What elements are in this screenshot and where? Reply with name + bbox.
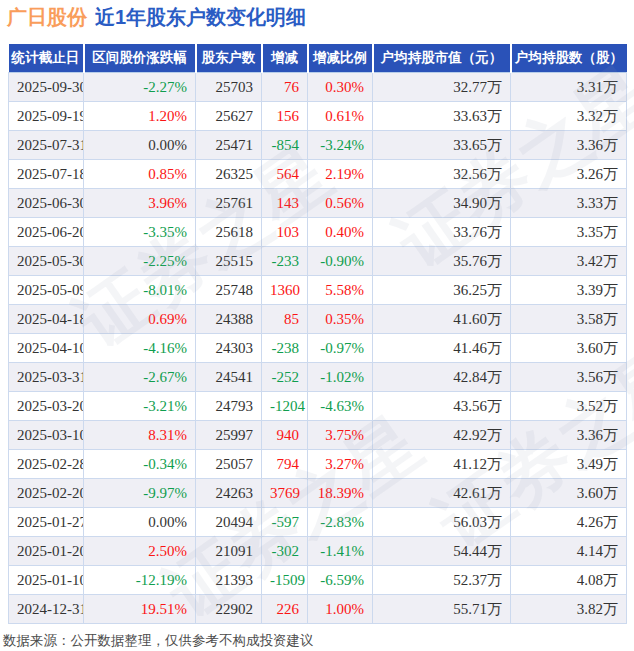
- cell-avg-shares: 3.32万: [511, 102, 627, 131]
- cell-price-change: -2.27%: [84, 73, 196, 102]
- cell-avg-shares: 3.52万: [511, 392, 627, 421]
- cell-holder-count: 25997: [196, 421, 262, 450]
- cell-holder-count: 24263: [196, 479, 262, 508]
- cell-price-change: -8.01%: [84, 276, 196, 305]
- cell-holder-count: 25748: [196, 276, 262, 305]
- cell-avg-mkt-value: 42.61万: [373, 479, 511, 508]
- table-body: 2025-09-30-2.27%25703760.30%32.77万3.31万2…: [9, 73, 627, 624]
- cell-stat-date: 2025-02-20: [9, 479, 84, 508]
- cell-avg-shares: 3.26万: [511, 160, 627, 189]
- cell-stat-date: 2025-09-30: [9, 73, 84, 102]
- header-avg-mkt-value: 户均持股市值（元）: [373, 44, 511, 73]
- cell-avg-shares: 4.14万: [511, 537, 627, 566]
- report-title: 近1年股东户数变化明细: [95, 6, 306, 28]
- cell-stat-date: 2025-01-10: [9, 566, 84, 595]
- cell-delta-pct: 0.40%: [308, 218, 373, 247]
- table-row: 2025-05-09-8.01%2574813605.58%36.25万3.39…: [9, 276, 627, 305]
- table-row: 2025-07-180.85%263255642.19%32.56万3.26万: [9, 160, 627, 189]
- cell-stat-date: 2025-02-28: [9, 450, 84, 479]
- cell-delta-pct: 2.19%: [308, 160, 373, 189]
- cell-delta: 3769: [262, 479, 308, 508]
- cell-avg-mkt-value: 32.56万: [373, 160, 511, 189]
- table-row: 2025-03-20-3.21%24793-1204-4.63%43.56万3.…: [9, 392, 627, 421]
- cell-price-change: -3.35%: [84, 218, 196, 247]
- cell-holder-count: 24303: [196, 334, 262, 363]
- cell-price-change: 0.69%: [84, 305, 196, 334]
- stock-name: 广日股份: [7, 6, 87, 28]
- cell-avg-shares: 3.39万: [511, 276, 627, 305]
- table-header: 统计截止日 区间股价涨跌幅 股东户数 增减 增减比例 户均持股市值（元） 户均持…: [9, 44, 627, 73]
- table-row: 2025-09-30-2.27%25703760.30%32.77万3.31万: [9, 73, 627, 102]
- cell-delta-pct: 3.27%: [308, 450, 373, 479]
- data-source-note: 数据来源：公开数据整理，仅供参考不构成投资建议: [3, 632, 314, 650]
- cell-delta-pct: 5.58%: [308, 276, 373, 305]
- cell-price-change: -4.16%: [84, 334, 196, 363]
- cell-holder-count: 24793: [196, 392, 262, 421]
- cell-delta-pct: -1.02%: [308, 363, 373, 392]
- table-row: 2024-12-3119.51%229022261.00%55.71万3.82万: [9, 595, 627, 624]
- cell-holder-count: 25703: [196, 73, 262, 102]
- header-delta-pct: 增减比例: [308, 44, 373, 73]
- cell-delta-pct: -0.90%: [308, 247, 373, 276]
- cell-avg-mkt-value: 41.46万: [373, 334, 511, 363]
- cell-holder-count: 20494: [196, 508, 262, 537]
- cell-delta: -238: [262, 334, 308, 363]
- cell-stat-date: 2025-03-10: [9, 421, 84, 450]
- cell-holder-count: 21393: [196, 566, 262, 595]
- table-row: 2025-06-303.96%257611430.56%34.90万3.33万: [9, 189, 627, 218]
- cell-price-change: -0.34%: [84, 450, 196, 479]
- cell-stat-date: 2025-09-19: [9, 102, 84, 131]
- cell-avg-mkt-value: 32.77万: [373, 73, 511, 102]
- table-row: 2025-03-108.31%259979403.75%42.92万3.36万: [9, 421, 627, 450]
- table-row: 2025-02-20-9.97%24263376918.39%42.61万3.6…: [9, 479, 627, 508]
- cell-avg-shares: 3.49万: [511, 450, 627, 479]
- cell-price-change: 2.50%: [84, 537, 196, 566]
- cell-stat-date: 2025-05-30: [9, 247, 84, 276]
- cell-delta-pct: 3.75%: [308, 421, 373, 450]
- cell-price-change: 19.51%: [84, 595, 196, 624]
- cell-avg-mkt-value: 42.92万: [373, 421, 511, 450]
- cell-delta: 156: [262, 102, 308, 131]
- table-row: 2025-04-180.69%24388850.35%41.60万3.58万: [9, 305, 627, 334]
- cell-stat-date: 2025-04-18: [9, 305, 84, 334]
- cell-delta-pct: -1.41%: [308, 537, 373, 566]
- cell-avg-shares: 3.58万: [511, 305, 627, 334]
- shareholder-table: 统计截止日 区间股价涨跌幅 股东户数 增减 增减比例 户均持股市值（元） 户均持…: [8, 44, 627, 624]
- table-row: 2025-03-31-2.67%24541-252-1.02%42.84万3.5…: [9, 363, 627, 392]
- cell-delta: -1204: [262, 392, 308, 421]
- cell-avg-shares: 3.42万: [511, 247, 627, 276]
- header-price-change: 区间股价涨跌幅: [84, 44, 196, 73]
- cell-delta: -233: [262, 247, 308, 276]
- cell-holder-count: 25627: [196, 102, 262, 131]
- cell-avg-mkt-value: 35.76万: [373, 247, 511, 276]
- cell-delta: 794: [262, 450, 308, 479]
- table-row: 2025-02-28-0.34%250577943.27%41.12万3.49万: [9, 450, 627, 479]
- cell-holder-count: 24541: [196, 363, 262, 392]
- cell-delta: -252: [262, 363, 308, 392]
- cell-delta: 226: [262, 595, 308, 624]
- page-title: 广日股份近1年股东户数变化明细: [7, 4, 306, 31]
- cell-stat-date: 2025-01-20: [9, 537, 84, 566]
- cell-delta-pct: 1.00%: [308, 595, 373, 624]
- cell-holder-count: 22902: [196, 595, 262, 624]
- table-row: 2025-01-10-12.19%21393-1509-6.59%52.37万4…: [9, 566, 627, 595]
- cell-avg-mkt-value: 36.25万: [373, 276, 511, 305]
- cell-stat-date: 2025-05-09: [9, 276, 84, 305]
- cell-avg-mkt-value: 33.63万: [373, 102, 511, 131]
- cell-delta-pct: 0.61%: [308, 102, 373, 131]
- cell-avg-mkt-value: 56.03万: [373, 508, 511, 537]
- cell-stat-date: 2025-07-18: [9, 160, 84, 189]
- cell-price-change: 3.96%: [84, 189, 196, 218]
- cell-price-change: 0.00%: [84, 131, 196, 160]
- cell-price-change: 0.00%: [84, 508, 196, 537]
- cell-delta-pct: -3.24%: [308, 131, 373, 160]
- cell-delta: 940: [262, 421, 308, 450]
- cell-price-change: -3.21%: [84, 392, 196, 421]
- cell-delta-pct: 0.35%: [308, 305, 373, 334]
- table-row: 2025-09-191.20%256271560.61%33.63万3.32万: [9, 102, 627, 131]
- table-row: 2025-05-30-2.25%25515-233-0.90%35.76万3.4…: [9, 247, 627, 276]
- cell-price-change: 0.85%: [84, 160, 196, 189]
- cell-avg-shares: 3.82万: [511, 595, 627, 624]
- cell-delta-pct: 18.39%: [308, 479, 373, 508]
- cell-stat-date: 2025-03-20: [9, 392, 84, 421]
